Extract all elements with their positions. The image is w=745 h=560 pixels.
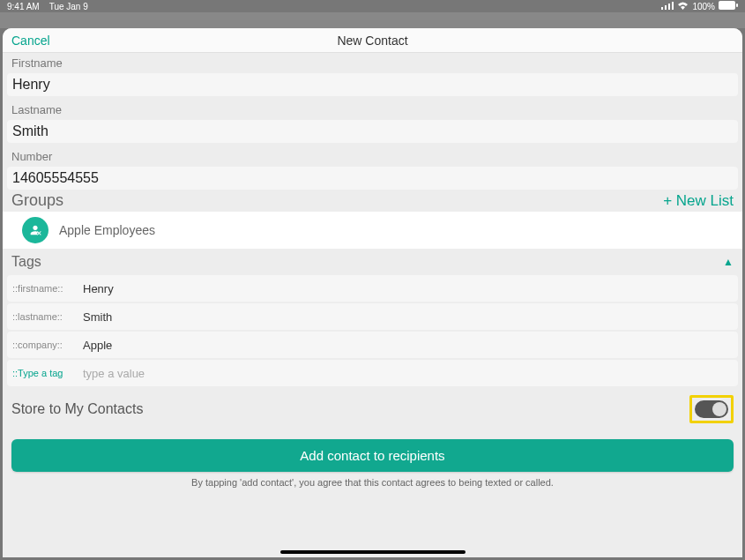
device-frame: 9:41 AM Tue Jan 9 100% Cancel New Contac…: [0, 0, 745, 560]
status-date: Tue Jan 9: [49, 2, 88, 11]
tag-row-new: [7, 360, 738, 386]
cancel-button[interactable]: Cancel: [11, 28, 50, 53]
svg-rect-2: [668, 4, 670, 10]
disclaimer-text: By tapping 'add contact', you agree that…: [3, 477, 742, 497]
tags-label: Tags: [11, 254, 41, 270]
tag-key-company[interactable]: [7, 340, 78, 350]
svg-rect-4: [719, 1, 735, 10]
firstname-input[interactable]: [7, 73, 738, 96]
wifi-icon: [677, 2, 689, 11]
toggle-highlight: [689, 395, 734, 423]
groups-label: Groups: [11, 191, 63, 210]
status-left: 9:41 AM Tue Jan 9: [7, 2, 88, 11]
svg-rect-1: [665, 5, 667, 10]
svg-rect-5: [736, 4, 738, 7]
tag-row-firstname: [7, 275, 738, 302]
status-time: 9:41 AM: [7, 2, 40, 11]
tag-value-company[interactable]: [78, 339, 738, 352]
tag-key-new[interactable]: [7, 368, 78, 378]
lastname-input[interactable]: [7, 120, 738, 143]
add-contact-button[interactable]: Add contact to recipients: [11, 439, 734, 472]
battery-percent: 100%: [692, 2, 715, 11]
svg-rect-0: [661, 7, 663, 10]
firstname-label: Firstname: [3, 53, 742, 73]
nav-bar: Cancel New Contact: [3, 28, 742, 53]
chevron-up-icon: ▲: [723, 256, 734, 268]
modal-title: New Contact: [3, 28, 742, 53]
modal-sheet: Cancel New Contact Firstname Lastname Nu…: [3, 28, 742, 557]
groups-header: Groups + New List: [3, 190, 742, 212]
number-label: Number: [3, 146, 742, 167]
tag-row-company: [7, 332, 738, 358]
tag-key-firstname[interactable]: [7, 283, 78, 294]
store-toggle[interactable]: [695, 400, 728, 418]
toggle-knob: [712, 402, 726, 416]
tags-header[interactable]: Tags ▲: [3, 249, 742, 275]
background-header: [0, 12, 745, 28]
store-label: Store to My Contacts: [11, 401, 143, 417]
status-right: 100%: [661, 1, 738, 11]
svg-rect-3: [672, 2, 674, 10]
store-row: Store to My Contacts: [3, 388, 742, 430]
tag-value-firstname[interactable]: [78, 282, 738, 295]
lastname-label: Lastname: [3, 100, 742, 120]
tag-row-lastname: [7, 303, 738, 330]
battery-icon: [719, 1, 738, 11]
number-input[interactable]: [7, 167, 738, 190]
tag-key-lastname[interactable]: [7, 311, 78, 322]
group-name: Apple Employees: [59, 223, 155, 237]
group-item[interactable]: Apple Employees: [3, 212, 742, 249]
new-list-button[interactable]: + New List: [663, 192, 734, 210]
status-bar: 9:41 AM Tue Jan 9 100%: [0, 0, 745, 12]
tag-value-new[interactable]: [78, 367, 738, 380]
tag-value-lastname[interactable]: [78, 310, 738, 324]
signal-icon: [661, 2, 674, 11]
group-avatar-icon: [22, 217, 48, 243]
home-indicator[interactable]: [280, 550, 466, 554]
